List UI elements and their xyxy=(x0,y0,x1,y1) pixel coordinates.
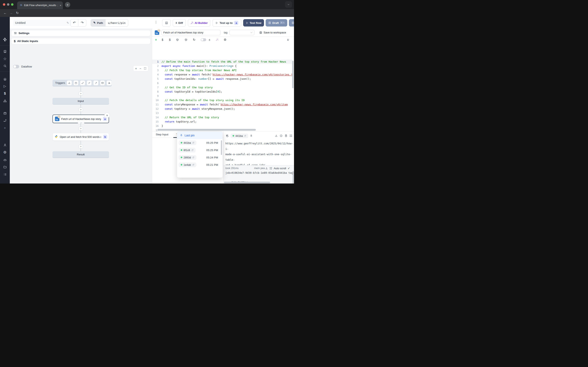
close-window-button[interactable] xyxy=(3,3,5,6)
zoom-out-icon[interactable]: − xyxy=(139,67,141,70)
pin-option[interactable]: 2893d 05:24 PM xyxy=(177,154,223,161)
sidebar-item-workspace[interactable] xyxy=(0,50,10,53)
sidebar-item-add-plus-icon[interactable]: + xyxy=(0,126,10,130)
code-line[interactable]: 13 xyxy=(152,111,293,115)
code-line[interactable]: 16} xyxy=(152,124,293,128)
tab-close-icon[interactable]: × xyxy=(60,4,61,7)
sidebar-item-resources-cubes-icon[interactable] xyxy=(0,99,10,103)
test-flow-button[interactable]: Test flow xyxy=(243,19,264,26)
new-tab-button[interactable]: + xyxy=(65,2,70,7)
back-icon[interactable]: ← xyxy=(2,11,8,15)
logs-vertical-scrollbar[interactable] xyxy=(293,171,294,184)
tab-search-button[interactable] xyxy=(285,1,292,8)
editor-settings-gear-icon[interactable]: ⚙ xyxy=(224,38,226,41)
sidebar-item-audit-logs-list-icon[interactable] xyxy=(0,173,10,176)
insert-step-button[interactable]: + xyxy=(79,145,83,149)
sidebar-item-runs-play-icon[interactable]: ▷ xyxy=(0,85,10,88)
result-job-chip[interactable]: 441ba xyxy=(231,133,248,138)
undo-icon[interactable]: ↶ xyxy=(70,21,78,25)
ai-wand-icon[interactable] xyxy=(216,38,218,41)
code-line[interactable]: 4 const response = await fetch('https://… xyxy=(152,72,293,77)
code-line[interactable]: 7 // Get the ID of the top story xyxy=(152,85,293,90)
sidebar-item-search-icon[interactable] xyxy=(0,64,10,68)
sidebar-item-home-icon[interactable] xyxy=(0,77,10,81)
sidebar-item-users-icon[interactable] xyxy=(0,143,10,147)
code-line[interactable]: 14 // Return the URL of the top story xyxy=(152,115,293,119)
logs-body[interactable]: job=019634e7-9d30-b7cb-1e89-03a64ed441ba… xyxy=(224,170,294,176)
pin-menu-scrollbar[interactable] xyxy=(221,140,222,155)
zoom-in-icon[interactable]: + xyxy=(135,67,137,70)
external-link-icon[interactable] xyxy=(192,156,194,159)
resources-dollar-icon[interactable]: $ xyxy=(169,38,171,41)
pin-option[interactable]: 441ba 05:25 PM xyxy=(177,139,223,146)
tab-step-input[interactable]: Step Input xyxy=(156,133,168,136)
maximize-window-button[interactable] xyxy=(11,3,13,6)
schedule-trigger-icon[interactable] xyxy=(73,80,79,85)
package-icon[interactable] xyxy=(185,38,187,41)
sidebar-item-variables-dollar-icon[interactable]: $ xyxy=(0,92,10,95)
external-link-icon[interactable] xyxy=(244,135,246,137)
pin-option[interactable]: 6f1c6 05:25 PM xyxy=(177,146,223,154)
last-pin-header[interactable]: Last pin xyxy=(177,132,223,139)
flow-settings-row[interactable]: Settings xyxy=(11,30,150,36)
flow-name-field[interactable]: Untitled ✎ xyxy=(13,20,71,26)
code-line[interactable]: 11 const storyResponse = await fetch(`ht… xyxy=(152,102,293,107)
copy-clipboard-icon[interactable] xyxy=(285,134,287,137)
code-line[interactable]: 15 return topStory.url; xyxy=(152,119,293,124)
http-route-trigger-icon[interactable] xyxy=(80,80,85,85)
insert-step-button[interactable]: + xyxy=(79,127,83,131)
code-line[interactable]: 8 const topStoryId = topStoriesIds[0]; xyxy=(152,90,293,94)
forward-icon[interactable]: → xyxy=(8,11,14,15)
fit-view-icon[interactable] xyxy=(144,67,146,70)
browser-tab[interactable]: Edit Flow u/henri/pin_results | × xyxy=(17,1,63,9)
history-icon[interactable] xyxy=(226,134,229,137)
pin-option[interactable]: 1e4ab 05:21 PM xyxy=(177,161,223,168)
diff-button[interactable]: ±Diff xyxy=(173,19,186,26)
code-line[interactable]: 10 // Fetch the details of the top story… xyxy=(152,98,293,102)
logs-horizontal-scrollbar[interactable] xyxy=(224,182,270,183)
code-line[interactable]: 2export async function main(): Promise<s… xyxy=(152,64,293,68)
package-icon[interactable] xyxy=(176,38,179,41)
docs-book-button[interactable] xyxy=(162,19,171,26)
external-link-icon[interactable] xyxy=(192,142,194,144)
input-node[interactable]: Input xyxy=(52,98,109,104)
pin-icon[interactable] xyxy=(250,134,252,137)
variables-dollar-icon[interactable]: $ xyxy=(162,38,163,41)
insert-step-button[interactable]: + xyxy=(79,108,83,112)
reload-icon[interactable]: ↻ xyxy=(14,11,20,15)
external-link-icon[interactable] xyxy=(192,164,194,166)
library-icon[interactable] xyxy=(287,38,290,41)
code-horizontal-scrollbar[interactable] xyxy=(157,129,256,131)
collapse-node-chevron[interactable] xyxy=(78,122,84,124)
sidebar-item-workers-robot-icon[interactable] xyxy=(0,158,10,162)
info-icon[interactable] xyxy=(280,134,283,137)
edit-pencil-icon[interactable]: ✎ xyxy=(67,21,69,24)
remove-step-button[interactable]: × xyxy=(104,113,110,118)
code-editor[interactable]: 1// Define the main function to fetch th… xyxy=(152,59,293,131)
reload-icon[interactable]: ↻ xyxy=(193,38,196,41)
sidebar-item-schedules-calendar-icon[interactable] xyxy=(0,111,10,115)
path-control[interactable]: ✎Path u/henri/pin xyxy=(91,19,128,26)
step-title-input[interactable]: Fetch url of HackerNews top story xyxy=(161,30,221,35)
result-node[interactable]: Result xyxy=(52,151,109,158)
ai-builder-button[interactable]: AI Builder xyxy=(188,19,210,26)
email-trigger-icon[interactable] xyxy=(100,80,105,85)
code-line[interactable]: 6 xyxy=(152,81,293,85)
code-line[interactable]: 1// Define the main function to fetch th… xyxy=(152,59,293,64)
expand-result-icon[interactable] xyxy=(290,134,292,137)
insert-step-button[interactable]: + xyxy=(79,92,83,96)
websocket-trigger-icon[interactable] xyxy=(87,80,92,85)
code-line[interactable]: 3 // Fetch the top stories from Hacker N… xyxy=(152,68,293,72)
sidebar-item-folders-icon[interactable] xyxy=(0,165,10,169)
draft-button[interactable]: Draft ⌘S xyxy=(266,19,287,26)
sidebar-item-settings-gear-icon[interactable]: ⚙ xyxy=(0,150,10,154)
tag-select[interactable] xyxy=(229,30,254,35)
windmill-logo[interactable] xyxy=(0,37,10,42)
test-up-to-button[interactable]: Test up to a xyxy=(212,19,241,26)
step-node-b[interactable]: Open url and fetch first 500 words of ..… xyxy=(52,133,109,141)
redo-icon[interactable]: ↷ xyxy=(78,21,86,25)
external-link-icon[interactable] xyxy=(191,149,194,151)
poll-watch-trigger-icon[interactable] xyxy=(107,80,112,85)
webhook-trigger-icon[interactable] xyxy=(67,80,72,85)
editor-toggle[interactable] xyxy=(201,38,206,41)
